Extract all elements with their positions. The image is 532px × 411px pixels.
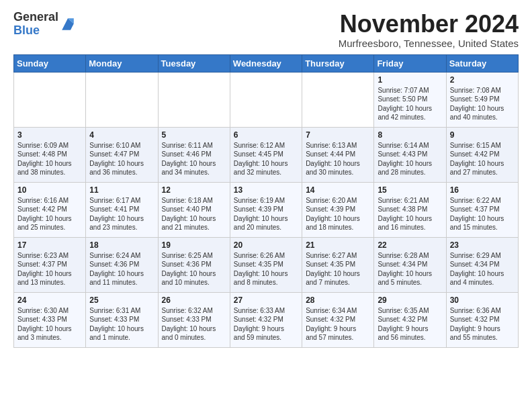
calendar-cell: 10Sunrise: 6:16 AMSunset: 4:42 PMDayligh…: [14, 182, 86, 237]
day-number: 17: [17, 240, 82, 250]
day-number: 6: [234, 130, 298, 140]
calendar-cell: 9Sunrise: 6:15 AMSunset: 4:42 PMDaylight…: [446, 127, 518, 182]
weekday-header: Saturday: [446, 54, 518, 72]
day-info: Sunrise: 6:17 AMSunset: 4:41 PMDaylight:…: [89, 196, 154, 232]
day-number: 19: [162, 240, 226, 250]
calendar-cell: [158, 72, 230, 127]
day-info: Sunrise: 6:19 AMSunset: 4:39 PMDaylight:…: [234, 196, 298, 232]
calendar-cell: 16Sunrise: 6:22 AMSunset: 4:37 PMDayligh…: [446, 182, 518, 237]
day-info: Sunrise: 6:25 AMSunset: 4:36 PMDaylight:…: [162, 251, 226, 287]
title-block: November 2024 Murfreesboro, Tennessee, U…: [339, 11, 519, 49]
calendar-cell: 30Sunrise: 6:36 AMSunset: 4:32 PMDayligh…: [446, 292, 518, 347]
calendar-cell: 5Sunrise: 6:11 AMSunset: 4:46 PMDaylight…: [158, 127, 230, 182]
calendar-cell: [14, 72, 86, 127]
calendar-cell: 11Sunrise: 6:17 AMSunset: 4:41 PMDayligh…: [86, 182, 158, 237]
day-info: Sunrise: 6:26 AMSunset: 4:35 PMDaylight:…: [234, 251, 298, 287]
day-number: 24: [17, 295, 82, 305]
day-number: 22: [378, 240, 442, 250]
calendar-cell: 1Sunrise: 7:07 AMSunset: 5:50 PMDaylight…: [374, 72, 446, 127]
day-info: Sunrise: 6:34 AMSunset: 4:32 PMDaylight:…: [306, 306, 370, 342]
day-number: 3: [17, 130, 82, 140]
logo-text: General Blue: [13, 11, 58, 38]
logo-icon: [60, 16, 76, 32]
page: General Blue November 2024 Murfreesboro,…: [0, 0, 532, 359]
calendar-cell: 14Sunrise: 6:20 AMSunset: 4:39 PMDayligh…: [302, 182, 374, 237]
calendar-cell: 3Sunrise: 6:09 AMSunset: 4:48 PMDaylight…: [14, 127, 86, 182]
calendar-cell: 23Sunrise: 6:29 AMSunset: 4:34 PMDayligh…: [446, 237, 518, 292]
day-info: Sunrise: 6:33 AMSunset: 4:32 PMDaylight:…: [234, 306, 298, 342]
calendar-week: 1Sunrise: 7:07 AMSunset: 5:50 PMDaylight…: [14, 72, 519, 127]
calendar-cell: 19Sunrise: 6:25 AMSunset: 4:36 PMDayligh…: [158, 237, 230, 292]
day-info: Sunrise: 6:32 AMSunset: 4:33 PMDaylight:…: [162, 306, 226, 342]
day-info: Sunrise: 6:31 AMSunset: 4:33 PMDaylight:…: [89, 306, 154, 342]
day-number: 15: [378, 185, 442, 195]
day-number: 4: [89, 130, 154, 140]
location: Murfreesboro, Tennessee, United States: [339, 38, 519, 49]
day-info: Sunrise: 6:36 AMSunset: 4:32 PMDaylight:…: [450, 306, 515, 342]
day-number: 9: [450, 130, 515, 140]
day-number: 10: [17, 185, 82, 195]
calendar-cell: [230, 72, 302, 127]
logo-general: General: [13, 11, 58, 24]
day-info: Sunrise: 6:16 AMSunset: 4:42 PMDaylight:…: [17, 196, 82, 232]
weekday-header: Monday: [86, 54, 158, 72]
weekday-header: Wednesday: [230, 54, 302, 72]
calendar-cell: 15Sunrise: 6:21 AMSunset: 4:38 PMDayligh…: [374, 182, 446, 237]
weekday-header: Friday: [374, 54, 446, 72]
day-info: Sunrise: 6:27 AMSunset: 4:35 PMDaylight:…: [306, 251, 370, 287]
day-number: 1: [378, 75, 442, 85]
calendar-cell: 22Sunrise: 6:28 AMSunset: 4:34 PMDayligh…: [374, 237, 446, 292]
day-info: Sunrise: 7:08 AMSunset: 5:49 PMDaylight:…: [450, 86, 515, 122]
calendar-cell: 2Sunrise: 7:08 AMSunset: 5:49 PMDaylight…: [446, 72, 518, 127]
calendar-cell: 4Sunrise: 6:10 AMSunset: 4:47 PMDaylight…: [86, 127, 158, 182]
day-info: Sunrise: 6:18 AMSunset: 4:40 PMDaylight:…: [162, 196, 226, 232]
day-number: 27: [234, 295, 298, 305]
day-info: Sunrise: 6:35 AMSunset: 4:32 PMDaylight:…: [378, 306, 442, 342]
weekday-header: Thursday: [302, 54, 374, 72]
calendar-week: 10Sunrise: 6:16 AMSunset: 4:42 PMDayligh…: [14, 182, 519, 237]
month-title: November 2024: [339, 11, 519, 38]
calendar-week: 3Sunrise: 6:09 AMSunset: 4:48 PMDaylight…: [14, 127, 519, 182]
day-info: Sunrise: 6:21 AMSunset: 4:38 PMDaylight:…: [378, 196, 442, 232]
calendar-cell: 13Sunrise: 6:19 AMSunset: 4:39 PMDayligh…: [230, 182, 302, 237]
calendar-cell: 29Sunrise: 6:35 AMSunset: 4:32 PMDayligh…: [374, 292, 446, 347]
calendar-cell: [86, 72, 158, 127]
day-info: Sunrise: 6:24 AMSunset: 4:36 PMDaylight:…: [89, 251, 154, 287]
calendar-cell: 7Sunrise: 6:13 AMSunset: 4:44 PMDaylight…: [302, 127, 374, 182]
day-number: 28: [306, 295, 370, 305]
day-number: 8: [378, 130, 442, 140]
day-info: Sunrise: 6:09 AMSunset: 4:48 PMDaylight:…: [17, 141, 82, 177]
day-number: 29: [378, 295, 442, 305]
day-info: Sunrise: 6:15 AMSunset: 4:42 PMDaylight:…: [450, 141, 515, 177]
day-info: Sunrise: 6:14 AMSunset: 4:43 PMDaylight:…: [378, 141, 442, 177]
calendar-cell: 6Sunrise: 6:12 AMSunset: 4:45 PMDaylight…: [230, 127, 302, 182]
day-number: 25: [89, 295, 154, 305]
day-number: 30: [450, 295, 515, 305]
calendar-cell: 8Sunrise: 6:14 AMSunset: 4:43 PMDaylight…: [374, 127, 446, 182]
day-info: Sunrise: 6:10 AMSunset: 4:47 PMDaylight:…: [89, 141, 154, 177]
header: General Blue November 2024 Murfreesboro,…: [13, 11, 519, 49]
day-info: Sunrise: 7:07 AMSunset: 5:50 PMDaylight:…: [378, 86, 442, 122]
weekday-header: Tuesday: [158, 54, 230, 72]
day-info: Sunrise: 6:11 AMSunset: 4:46 PMDaylight:…: [162, 141, 226, 177]
day-number: 13: [234, 185, 298, 195]
calendar-cell: 26Sunrise: 6:32 AMSunset: 4:33 PMDayligh…: [158, 292, 230, 347]
calendar-cell: 21Sunrise: 6:27 AMSunset: 4:35 PMDayligh…: [302, 237, 374, 292]
day-info: Sunrise: 6:23 AMSunset: 4:37 PMDaylight:…: [17, 251, 82, 287]
day-number: 23: [450, 240, 515, 250]
day-info: Sunrise: 6:30 AMSunset: 4:33 PMDaylight:…: [17, 306, 82, 342]
day-number: 12: [162, 185, 226, 195]
calendar-cell: 24Sunrise: 6:30 AMSunset: 4:33 PMDayligh…: [14, 292, 86, 347]
day-info: Sunrise: 6:13 AMSunset: 4:44 PMDaylight:…: [306, 141, 370, 177]
weekday-header-row: SundayMondayTuesdayWednesdayThursdayFrid…: [14, 54, 519, 72]
calendar-week: 24Sunrise: 6:30 AMSunset: 4:33 PMDayligh…: [14, 292, 519, 347]
calendar-cell: [302, 72, 374, 127]
calendar-cell: 28Sunrise: 6:34 AMSunset: 4:32 PMDayligh…: [302, 292, 374, 347]
day-number: 16: [450, 185, 515, 195]
calendar-cell: 20Sunrise: 6:26 AMSunset: 4:35 PMDayligh…: [230, 237, 302, 292]
day-info: Sunrise: 6:20 AMSunset: 4:39 PMDaylight:…: [306, 196, 370, 232]
day-number: 20: [234, 240, 298, 250]
weekday-header: Sunday: [14, 54, 86, 72]
day-number: 18: [89, 240, 154, 250]
calendar-cell: 25Sunrise: 6:31 AMSunset: 4:33 PMDayligh…: [86, 292, 158, 347]
